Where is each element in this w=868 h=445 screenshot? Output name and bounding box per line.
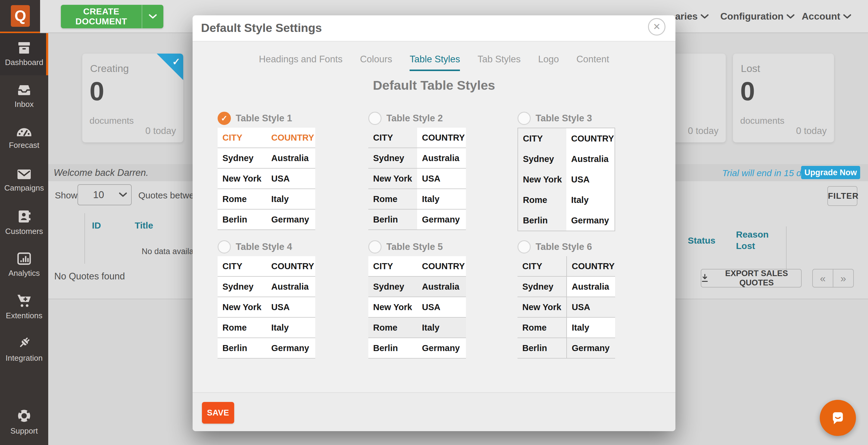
life-ring-icon bbox=[17, 409, 31, 423]
column-header-status[interactable]: Status bbox=[688, 235, 715, 246]
preview-header-row: CITYCOUNTRY bbox=[368, 256, 466, 277]
app-logo[interactable]: Q bbox=[11, 5, 30, 27]
show-label: Show bbox=[55, 190, 78, 201]
preview-cell: Berlin bbox=[218, 210, 267, 230]
preview-cell: Australia bbox=[566, 277, 615, 297]
tab-table-styles[interactable]: Table Styles bbox=[410, 54, 460, 71]
upgrade-now-button[interactable]: Upgrade Now bbox=[801, 166, 860, 179]
preview-cell: New York bbox=[218, 169, 267, 189]
filter-button[interactable]: FILTER bbox=[827, 186, 858, 206]
preview-row: SydneyAustralia bbox=[518, 149, 615, 169]
column-header-id[interactable]: ID bbox=[92, 220, 101, 231]
sidebar-item-dashboard[interactable]: Dashboard bbox=[0, 33, 48, 75]
preview-cell: Australia bbox=[267, 148, 315, 168]
sidebar-item-inbox[interactable]: Inbox bbox=[0, 75, 48, 117]
modal-tabs: Headings and Fonts Colours Table Styles … bbox=[193, 54, 675, 71]
preview-row: BerlinGermany bbox=[518, 210, 615, 231]
preview-cell: USA bbox=[267, 297, 315, 317]
sidebar-item-forecast[interactable]: Forecast bbox=[0, 117, 48, 160]
sidebar-item-customers[interactable]: Customers bbox=[0, 202, 48, 244]
tab-colours[interactable]: Colours bbox=[360, 54, 392, 71]
table-style-option-4: Table Style 4 CITYCOUNTRYSydneyAustralia… bbox=[218, 239, 317, 358]
export-label: EXPORT SALES QUOTES bbox=[712, 269, 801, 287]
radio-unselected[interactable] bbox=[368, 112, 381, 125]
nav-item-account[interactable]: Account bbox=[802, 11, 851, 22]
sidebar-item-label: Forecast bbox=[9, 141, 39, 150]
table-preview-style-4: CITYCOUNTRYSydneyAustraliaNew YorkUSARom… bbox=[218, 256, 315, 358]
tab-tab-styles[interactable]: Tab Styles bbox=[477, 54, 521, 71]
save-button[interactable]: SAVE bbox=[202, 402, 234, 423]
radio-unselected[interactable] bbox=[218, 240, 231, 253]
close-icon[interactable]: ✕ bbox=[648, 18, 665, 36]
empty-table-message: No data availab bbox=[142, 247, 198, 256]
preview-cell: Italy bbox=[566, 190, 615, 210]
archive-box-icon bbox=[17, 41, 31, 54]
previous-page-button[interactable]: « bbox=[813, 270, 833, 287]
style-name: Table Style 4 bbox=[236, 241, 292, 252]
preview-header-cell: COUNTRY bbox=[267, 128, 315, 147]
sidebar-item-support[interactable]: Support bbox=[0, 401, 48, 443]
preview-cell: New York bbox=[368, 297, 417, 317]
preview-cell: Australia bbox=[267, 277, 315, 297]
chevron-down-icon bbox=[701, 14, 709, 19]
preview-row: New YorkUSA bbox=[218, 169, 315, 189]
stat-card-creating: ✓ Creating 0 documents 0 today bbox=[82, 54, 183, 142]
modal-header: Default Style Settings ✕ bbox=[193, 15, 675, 41]
preview-cell: Germany bbox=[267, 338, 315, 358]
sidebar-item-label: Customers bbox=[5, 227, 43, 236]
preview-cell: Australia bbox=[417, 277, 466, 297]
sidebar-item-extentions[interactable]: Extentions bbox=[0, 286, 48, 328]
radio-unselected[interactable] bbox=[518, 112, 531, 125]
preview-row: New YorkUSA bbox=[518, 297, 615, 318]
radio-unselected[interactable] bbox=[368, 240, 381, 253]
preview-cell: USA bbox=[417, 169, 466, 189]
sidebar-item-label: Support bbox=[10, 426, 38, 436]
preview-cell: Germany bbox=[566, 210, 615, 231]
preview-header-cell: CITY bbox=[518, 256, 566, 276]
table-preview-style-2: CITYCOUNTRYSydneyAustraliaNew YorkUSARom… bbox=[368, 128, 466, 230]
column-header-reason-lost[interactable]: Reason Lost bbox=[736, 229, 777, 251]
preview-cell: Italy bbox=[566, 318, 615, 338]
chat-bubble-button[interactable] bbox=[820, 400, 856, 436]
preview-cell: Germany bbox=[417, 338, 466, 358]
modal-title: Default Style Settings bbox=[201, 22, 322, 35]
preview-cell: Berlin bbox=[518, 338, 566, 358]
page-size-select[interactable]: 10 bbox=[78, 184, 132, 205]
plug-icon bbox=[17, 336, 31, 350]
next-page-button[interactable]: » bbox=[833, 270, 853, 287]
sidebar-item-integration[interactable]: Integration bbox=[0, 328, 48, 370]
preview-cell: Germany bbox=[267, 210, 315, 230]
column-header-title[interactable]: Title bbox=[135, 220, 153, 231]
preview-header-row: CITYCOUNTRY bbox=[518, 256, 615, 277]
modal-footer: SAVE bbox=[193, 392, 675, 431]
preview-row: New YorkUSA bbox=[368, 169, 466, 189]
nav-item-configuration[interactable]: Configuration bbox=[720, 11, 795, 22]
tab-content[interactable]: Content bbox=[576, 54, 609, 71]
tab-logo[interactable]: Logo bbox=[538, 54, 559, 71]
export-sales-quotes-button[interactable]: EXPORT SALES QUOTES bbox=[701, 269, 802, 287]
radio-selected[interactable]: ✓ bbox=[218, 112, 231, 125]
table-style-option-2: Table Style 2 CITYCOUNTRYSydneyAustralia… bbox=[368, 111, 468, 230]
nav-item-libraries[interactable]: aries bbox=[675, 11, 709, 22]
table-preview-style-1: CITYCOUNTRYSydneyAustraliaNew YorkUSARom… bbox=[218, 128, 315, 230]
sidebar-item-analytics[interactable]: Analytics bbox=[0, 244, 48, 286]
welcome-message: Welcome back Darren. bbox=[54, 167, 149, 178]
sidebar-item-label: Dashboard bbox=[5, 58, 43, 67]
preview-cell: Rome bbox=[368, 318, 417, 338]
preview-cell: Italy bbox=[267, 318, 315, 338]
preview-row: RomeItaly bbox=[218, 318, 315, 338]
preview-cell: Germany bbox=[417, 210, 466, 230]
create-document-button[interactable]: CREATE DOCUMENT bbox=[61, 5, 163, 28]
preview-header-cell: COUNTRY bbox=[267, 256, 315, 276]
preview-cell: Sydney bbox=[518, 277, 566, 297]
nav-label: Configuration bbox=[720, 11, 784, 22]
sidebar-item-label: Analytics bbox=[8, 269, 40, 278]
preview-cell: Sydney bbox=[218, 277, 267, 297]
chevron-down-icon[interactable] bbox=[142, 14, 163, 19]
sidebar-item-campaigns[interactable]: Campaigns bbox=[0, 160, 48, 202]
tab-headings-and-fonts[interactable]: Headings and Fonts bbox=[259, 54, 342, 71]
preview-cell: USA bbox=[417, 297, 466, 317]
preview-cell: Sydney bbox=[218, 148, 267, 168]
chevron-down-icon bbox=[843, 14, 851, 19]
radio-unselected[interactable] bbox=[518, 240, 531, 253]
